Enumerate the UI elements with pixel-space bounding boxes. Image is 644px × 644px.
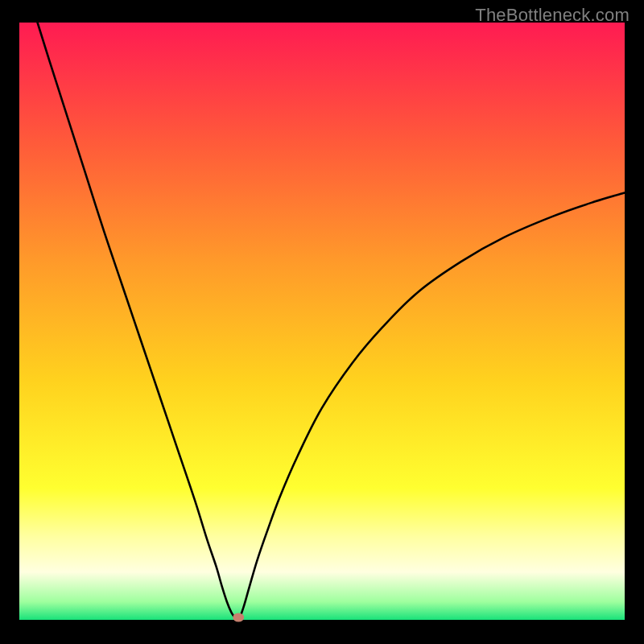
plot-background [19,23,625,620]
optimal-point-icon [233,613,244,622]
watermark-label: TheBottleneck.com [475,5,630,26]
bottleneck-chart [0,0,644,644]
chart-frame: { "watermark": "TheBottleneck.com", "col… [0,0,644,644]
